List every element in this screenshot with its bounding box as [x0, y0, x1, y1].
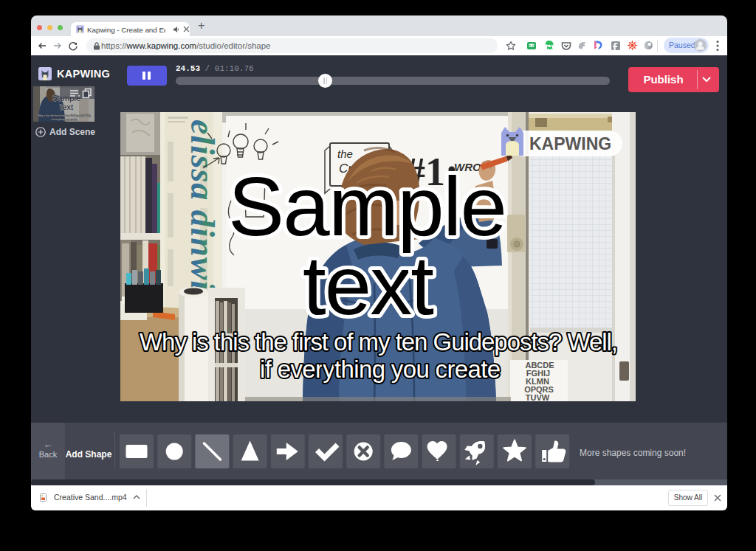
svg-text:the: the: [337, 148, 353, 160]
svg-text:Why is this the first of my te: Why is this the first of my ten Guidepos…: [140, 328, 618, 356]
svg-text:if everything you create: if everything you create: [260, 356, 501, 383]
svg-text:TUVW: TUVW: [526, 393, 550, 401]
svg-text:elissa dinwid: elissa dinwid: [184, 119, 221, 308]
svg-text:KAPWING: KAPWING: [529, 134, 611, 153]
svg-text:text: text: [303, 238, 434, 332]
